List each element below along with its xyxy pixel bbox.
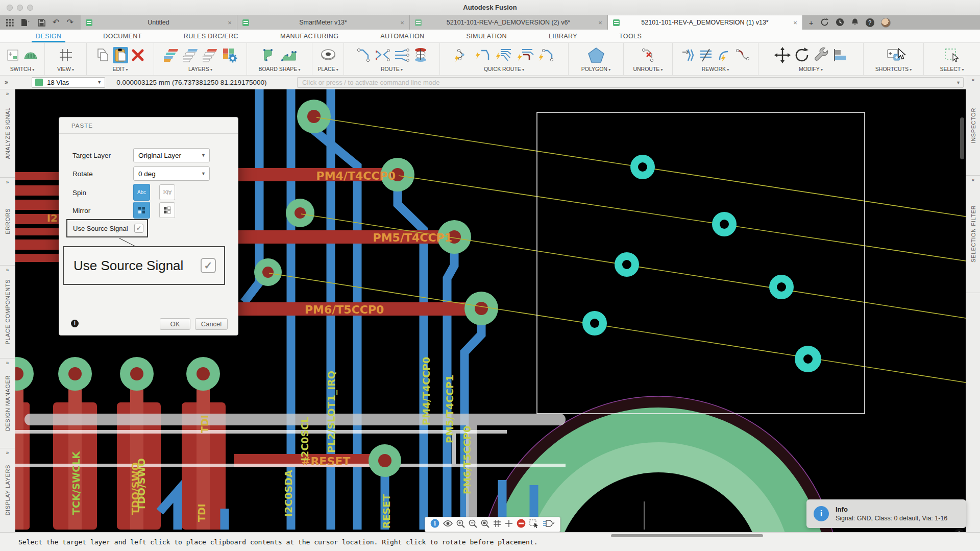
cancel-button[interactable]: Cancel [195, 318, 228, 330]
tab-close-icon[interactable]: × [598, 19, 602, 27]
panel-display-layers[interactable]: » DISPLAY LAYERS [0, 448, 15, 532]
menu-automation[interactable]: AUTOMATION [371, 30, 433, 42]
use-source-signal-checkbox[interactable]: ✓ [134, 224, 143, 233]
menu-library[interactable]: LIBRARY [540, 30, 586, 42]
tab-smartmeter[interactable]: SmartMeter v13* × [237, 15, 410, 30]
user-avatar[interactable] [881, 18, 891, 28]
target-layer-dropdown[interactable]: Original Layer ▼ [133, 148, 210, 162]
window-zoom-button[interactable] [27, 5, 33, 11]
menu-design[interactable]: DESIGN [27, 30, 70, 42]
marquee-select-icon[interactable] [529, 519, 539, 530]
place-via-icon[interactable] [320, 49, 336, 62]
expand-right-icon[interactable]: » [0, 450, 15, 456]
job-status-icon[interactable] [820, 18, 829, 28]
crosshair-icon[interactable] [505, 519, 513, 530]
move-icon[interactable] [774, 47, 791, 63]
spin-off-button[interactable]: Abc [133, 184, 150, 201]
copy-icon[interactable] [96, 48, 110, 62]
menu-rules-drc-erc[interactable]: RULES DRC/ERC [175, 30, 248, 42]
window-close-button[interactable] [7, 5, 13, 11]
app-grid-icon[interactable] [6, 19, 14, 27]
view-grid-icon[interactable] [59, 48, 73, 62]
quickroute-net-icon[interactable] [454, 47, 471, 63]
expand-right-icon[interactable]: » [0, 179, 15, 185]
panel-inspector[interactable]: « INSPECTOR [966, 76, 980, 176]
wrench-icon[interactable] [813, 47, 829, 63]
route-style-icon[interactable] [543, 519, 555, 530]
layers-top-icon[interactable] [183, 48, 200, 62]
route-manual-icon[interactable] [356, 48, 371, 62]
notification-bell-icon[interactable] [851, 18, 859, 28]
panel-analyze-signal[interactable]: » ANALYZE SIGNAL [0, 89, 15, 178]
ok-button[interactable]: OK [160, 318, 190, 330]
expand-right-icon[interactable]: » [0, 91, 15, 97]
mirror-on-button[interactable] [159, 202, 175, 218]
canvas-vertical-scrollbar[interactable] [960, 117, 964, 159]
expand-left-icon[interactable]: « [966, 177, 980, 183]
expand-right-icon[interactable]: » [0, 360, 15, 366]
command-line-input[interactable] [297, 77, 964, 88]
help-icon[interactable]: ? [866, 18, 874, 27]
rework-segment-icon[interactable] [735, 47, 750, 63]
menu-simulation[interactable]: SIMULATION [457, 30, 516, 42]
quickroute-bundle-icon[interactable] [495, 47, 513, 63]
align-icon[interactable] [832, 48, 848, 62]
canvas-horizontal-scrollbar[interactable] [611, 534, 763, 537]
menu-document[interactable]: DOCUMENT [94, 30, 151, 42]
board-outline-icon[interactable] [262, 48, 278, 62]
route-multi-icon[interactable] [394, 48, 410, 62]
menu-tools[interactable]: TOOLS [610, 30, 651, 42]
window-minimize-button[interactable] [17, 5, 23, 11]
tab-close-icon[interactable]: × [793, 19, 797, 27]
tab-close-icon[interactable]: × [400, 19, 404, 27]
grid-toggle-icon[interactable] [493, 519, 501, 530]
save-icon[interactable] [38, 19, 45, 27]
route-via-stack-icon[interactable] [413, 47, 428, 63]
info-mode-icon[interactable]: i [430, 519, 439, 530]
rework-bolt-icon[interactable] [717, 47, 732, 63]
spin-on-button[interactable]: Abc [159, 184, 175, 200]
select-icon[interactable] [944, 47, 960, 63]
layers-bottom-icon[interactable] [203, 48, 219, 62]
rework-push-icon[interactable] [681, 48, 695, 62]
panel-errors[interactable]: » ERRORS [0, 178, 15, 266]
route-diff-pair-icon[interactable] [374, 48, 390, 62]
board-curve-icon[interactable] [281, 48, 297, 62]
menu-manufacturing[interactable]: MANUFACTURING [271, 30, 348, 42]
quickroute-partial-icon[interactable] [516, 47, 534, 63]
chevron-down-icon[interactable]: ▼ [956, 80, 961, 85]
tab-demoversion-1-active[interactable]: 52101-101-REV-A_DEMOVERSION (1) v13* × [608, 15, 803, 30]
panel-place-components[interactable]: » PLACE COMPONENTS [0, 266, 15, 358]
tab-untitled[interactable]: Untitled × [81, 15, 237, 30]
expand-left-icon[interactable]: « [966, 77, 980, 83]
layers-all-icon[interactable] [164, 48, 180, 62]
polygon-icon[interactable] [587, 47, 605, 63]
visibility-eye-icon[interactable] [443, 520, 453, 529]
expand-panel-icon[interactable]: » [0, 78, 12, 87]
expand-right-icon[interactable]: » [0, 267, 15, 273]
new-tab-button[interactable]: + [809, 19, 814, 27]
panel-selection-filter[interactable]: « SELECTION FILTER [966, 176, 980, 293]
rotate-icon[interactable] [794, 47, 810, 63]
recent-activity-icon[interactable] [836, 18, 844, 28]
paste-icon-active[interactable] [113, 47, 128, 63]
zoom-out-icon[interactable] [469, 519, 477, 530]
undo-icon[interactable]: ↶ [53, 18, 59, 27]
rework-spread-icon[interactable] [698, 48, 714, 62]
tab-close-icon[interactable]: × [228, 19, 232, 27]
mirror-off-button[interactable] [133, 202, 150, 219]
panel-design-manager[interactable]: » DESIGN MANAGER [0, 358, 15, 448]
unroute-icon[interactable] [641, 47, 656, 63]
dialog-info-icon[interactable]: i [71, 320, 79, 327]
rotate-dropdown[interactable]: 0 deg ▼ [133, 166, 210, 181]
switch-schematic-icon[interactable] [7, 49, 20, 62]
layer-settings-icon[interactable] [222, 47, 237, 63]
quickroute-corner-icon[interactable] [474, 47, 492, 63]
stop-icon[interactable] [517, 519, 526, 530]
layer-selector[interactable]: 18 Vias ▼ [32, 77, 105, 88]
tab-demoversion-2[interactable]: 52101-101-REV-A_DEMOVERSION (2) v6* × [410, 15, 608, 30]
quickroute-single-icon[interactable] [537, 47, 555, 63]
switch-board-icon[interactable] [23, 49, 38, 62]
zoom-fit-icon[interactable] [481, 519, 489, 530]
zoom-in-icon[interactable] [456, 519, 465, 530]
